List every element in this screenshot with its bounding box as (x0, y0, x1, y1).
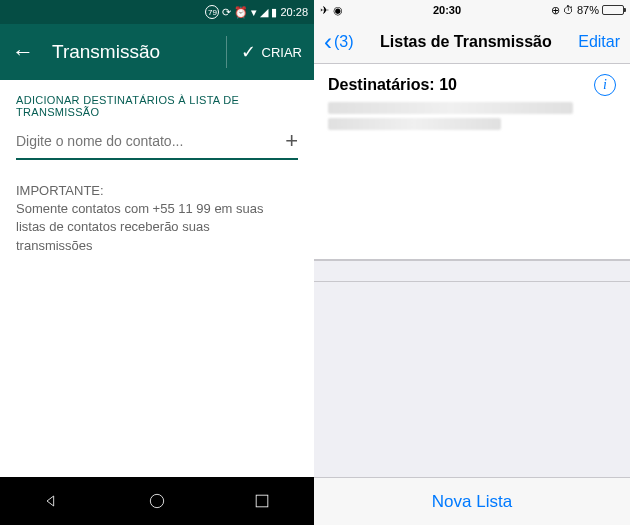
info-icon[interactable]: i (594, 74, 616, 96)
note-body: Somente contatos com +55 11 99 em suas l… (16, 200, 276, 255)
recipients-names-redacted (314, 100, 630, 142)
ios-content: Destinatários: 10 i (314, 64, 630, 260)
add-contact-icon[interactable]: + (285, 128, 298, 154)
redacted-line (328, 118, 501, 130)
nav-home-button[interactable] (147, 491, 167, 511)
new-list-label: Nova Lista (432, 492, 512, 512)
new-list-button[interactable]: Nova Lista (314, 477, 630, 525)
important-note: IMPORTANTE: Somente contatos com +55 11 … (16, 182, 276, 255)
redacted-line (328, 102, 573, 114)
navbar-title: Listas de Transmissão (354, 33, 579, 51)
back-button[interactable]: ‹ (3) (324, 28, 354, 56)
signal-icon: ◢ (260, 6, 268, 19)
recipients-row[interactable]: Destinatários: 10 i (314, 64, 630, 100)
android-content: ADICIONAR DESTINATÁRIOS À LISTA DE TRANS… (0, 80, 314, 477)
refresh-icon: ⟳ (222, 6, 231, 19)
contact-name-input[interactable] (16, 133, 285, 149)
android-statusbar: 79 ⟳ ⏰ ▾ ◢ ▮ 20:28 (0, 0, 314, 24)
ios-navbar: ‹ (3) Listas de Transmissão Editar (314, 20, 630, 64)
battery-percent: 87% (577, 4, 599, 16)
section-divider (314, 260, 630, 282)
android-screen: 79 ⟳ ⏰ ▾ ◢ ▮ 20:28 ← Transmissão ✓ CRIAR… (0, 0, 314, 525)
nav-back-button[interactable] (42, 491, 62, 511)
wifi-icon: ▾ (251, 6, 257, 19)
create-button[interactable]: ✓ CRIAR (241, 41, 302, 63)
back-arrow-icon[interactable]: ← (12, 39, 34, 65)
alarm-icon: ⏰ (234, 6, 248, 19)
ios-statusbar: ✈ ◉ 20:30 ⊕ ⏱ 87% (314, 0, 630, 20)
note-title: IMPORTANTE: (16, 182, 276, 200)
edit-button[interactable]: Editar (578, 33, 620, 51)
svg-rect-1 (256, 495, 268, 507)
rotation-lock-icon: ⊕ (551, 4, 560, 17)
back-count-label: (3) (334, 33, 354, 51)
battery-icon: ▮ (271, 6, 277, 19)
statusbar-time: 20:30 (343, 4, 551, 16)
recipients-label: Destinatários: 10 (328, 76, 457, 94)
android-toolbar: ← Transmissão ✓ CRIAR (0, 24, 314, 80)
section-label: ADICIONAR DESTINATÁRIOS À LISTA DE TRANS… (16, 94, 298, 118)
notification-badge: 79 (205, 5, 219, 19)
check-icon: ✓ (241, 41, 256, 63)
wifi-icon: ◉ (333, 4, 343, 17)
empty-space (314, 282, 630, 477)
contact-input-row: + (16, 128, 298, 160)
chevron-left-icon: ‹ (324, 28, 332, 56)
alarm-icon: ⏱ (563, 4, 574, 16)
android-navbar (0, 477, 314, 525)
create-label: CRIAR (262, 45, 302, 60)
nav-recent-button[interactable] (252, 491, 272, 511)
battery-icon (602, 5, 624, 15)
statusbar-time: 20:28 (280, 6, 308, 18)
toolbar-title: Transmissão (52, 41, 226, 63)
airplane-icon: ✈ (320, 4, 329, 17)
toolbar-divider (226, 36, 227, 68)
svg-point-0 (150, 494, 163, 507)
ios-screen: ✈ ◉ 20:30 ⊕ ⏱ 87% ‹ (3) Listas de Transm… (314, 0, 630, 525)
